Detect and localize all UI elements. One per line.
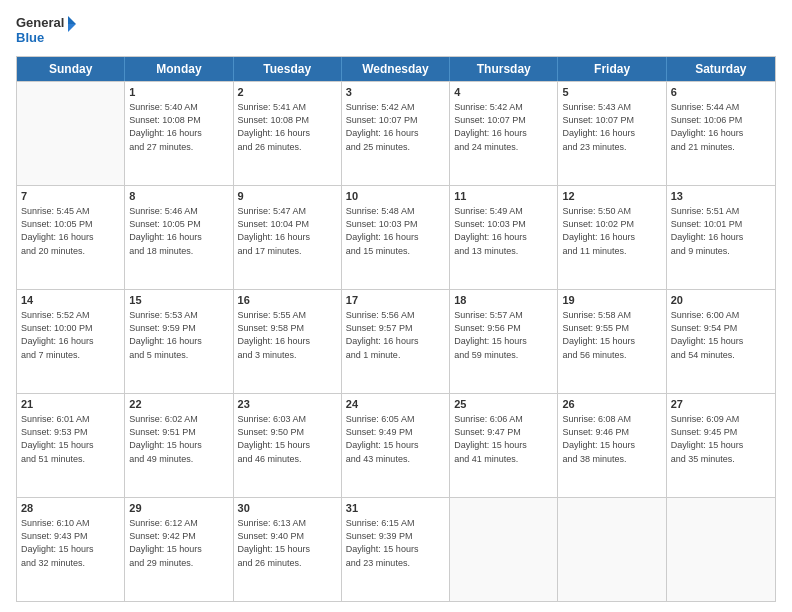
- day-info: Sunrise: 6:12 AM Sunset: 9:42 PM Dayligh…: [129, 517, 228, 569]
- day-info: Sunrise: 5:42 AM Sunset: 10:07 PM Daylig…: [346, 101, 445, 153]
- day-number: 22: [129, 397, 228, 412]
- day-header-tuesday: Tuesday: [234, 57, 342, 81]
- header: General Blue: [16, 12, 776, 50]
- day-info: Sunrise: 5:51 AM Sunset: 10:01 PM Daylig…: [671, 205, 771, 257]
- day-number: 31: [346, 501, 445, 516]
- day-cell-21: 21Sunrise: 6:01 AM Sunset: 9:53 PM Dayli…: [17, 394, 125, 497]
- logo-svg: General Blue: [16, 12, 76, 50]
- day-cell-19: 19Sunrise: 5:58 AM Sunset: 9:55 PM Dayli…: [558, 290, 666, 393]
- svg-marker-2: [68, 16, 76, 24]
- day-number: 21: [21, 397, 120, 412]
- day-number: 4: [454, 85, 553, 100]
- day-info: Sunrise: 6:03 AM Sunset: 9:50 PM Dayligh…: [238, 413, 337, 465]
- day-number: 9: [238, 189, 337, 204]
- calendar-row-0: 1Sunrise: 5:40 AM Sunset: 10:08 PM Dayli…: [17, 81, 775, 185]
- day-cell-11: 11Sunrise: 5:49 AM Sunset: 10:03 PM Dayl…: [450, 186, 558, 289]
- page: General Blue SundayMondayTuesdayWednesda…: [0, 0, 792, 612]
- day-header-wednesday: Wednesday: [342, 57, 450, 81]
- day-info: Sunrise: 5:44 AM Sunset: 10:06 PM Daylig…: [671, 101, 771, 153]
- day-cell-31: 31Sunrise: 6:15 AM Sunset: 9:39 PM Dayli…: [342, 498, 450, 601]
- day-cell-29: 29Sunrise: 6:12 AM Sunset: 9:42 PM Dayli…: [125, 498, 233, 601]
- svg-text:Blue: Blue: [16, 30, 44, 45]
- day-info: Sunrise: 6:00 AM Sunset: 9:54 PM Dayligh…: [671, 309, 771, 361]
- day-number: 23: [238, 397, 337, 412]
- day-info: Sunrise: 5:41 AM Sunset: 10:08 PM Daylig…: [238, 101, 337, 153]
- svg-text:General: General: [16, 15, 64, 30]
- day-number: 24: [346, 397, 445, 412]
- day-cell-20: 20Sunrise: 6:00 AM Sunset: 9:54 PM Dayli…: [667, 290, 775, 393]
- day-info: Sunrise: 5:56 AM Sunset: 9:57 PM Dayligh…: [346, 309, 445, 361]
- day-cell-30: 30Sunrise: 6:13 AM Sunset: 9:40 PM Dayli…: [234, 498, 342, 601]
- day-number: 3: [346, 85, 445, 100]
- calendar-row-3: 21Sunrise: 6:01 AM Sunset: 9:53 PM Dayli…: [17, 393, 775, 497]
- day-cell-9: 9Sunrise: 5:47 AM Sunset: 10:04 PM Dayli…: [234, 186, 342, 289]
- day-info: Sunrise: 5:50 AM Sunset: 10:02 PM Daylig…: [562, 205, 661, 257]
- day-info: Sunrise: 6:08 AM Sunset: 9:46 PM Dayligh…: [562, 413, 661, 465]
- svg-marker-3: [68, 24, 76, 32]
- day-info: Sunrise: 5:40 AM Sunset: 10:08 PM Daylig…: [129, 101, 228, 153]
- day-info: Sunrise: 6:09 AM Sunset: 9:45 PM Dayligh…: [671, 413, 771, 465]
- day-info: Sunrise: 5:47 AM Sunset: 10:04 PM Daylig…: [238, 205, 337, 257]
- day-info: Sunrise: 5:52 AM Sunset: 10:00 PM Daylig…: [21, 309, 120, 361]
- day-cell-3: 3Sunrise: 5:42 AM Sunset: 10:07 PM Dayli…: [342, 82, 450, 185]
- day-info: Sunrise: 6:13 AM Sunset: 9:40 PM Dayligh…: [238, 517, 337, 569]
- day-cell-13: 13Sunrise: 5:51 AM Sunset: 10:01 PM Dayl…: [667, 186, 775, 289]
- empty-cell-4-5: [558, 498, 666, 601]
- calendar: SundayMondayTuesdayWednesdayThursdayFrid…: [16, 56, 776, 602]
- empty-cell-0-0: [17, 82, 125, 185]
- day-number: 29: [129, 501, 228, 516]
- day-info: Sunrise: 6:06 AM Sunset: 9:47 PM Dayligh…: [454, 413, 553, 465]
- day-info: Sunrise: 6:02 AM Sunset: 9:51 PM Dayligh…: [129, 413, 228, 465]
- day-cell-27: 27Sunrise: 6:09 AM Sunset: 9:45 PM Dayli…: [667, 394, 775, 497]
- day-cell-6: 6Sunrise: 5:44 AM Sunset: 10:06 PM Dayli…: [667, 82, 775, 185]
- day-cell-4: 4Sunrise: 5:42 AM Sunset: 10:07 PM Dayli…: [450, 82, 558, 185]
- day-cell-5: 5Sunrise: 5:43 AM Sunset: 10:07 PM Dayli…: [558, 82, 666, 185]
- day-number: 28: [21, 501, 120, 516]
- day-cell-1: 1Sunrise: 5:40 AM Sunset: 10:08 PM Dayli…: [125, 82, 233, 185]
- day-number: 2: [238, 85, 337, 100]
- day-info: Sunrise: 5:46 AM Sunset: 10:05 PM Daylig…: [129, 205, 228, 257]
- day-cell-28: 28Sunrise: 6:10 AM Sunset: 9:43 PM Dayli…: [17, 498, 125, 601]
- day-number: 26: [562, 397, 661, 412]
- day-number: 30: [238, 501, 337, 516]
- day-info: Sunrise: 6:05 AM Sunset: 9:49 PM Dayligh…: [346, 413, 445, 465]
- day-number: 14: [21, 293, 120, 308]
- day-number: 6: [671, 85, 771, 100]
- day-number: 18: [454, 293, 553, 308]
- day-info: Sunrise: 6:10 AM Sunset: 9:43 PM Dayligh…: [21, 517, 120, 569]
- day-cell-15: 15Sunrise: 5:53 AM Sunset: 9:59 PM Dayli…: [125, 290, 233, 393]
- day-cell-14: 14Sunrise: 5:52 AM Sunset: 10:00 PM Dayl…: [17, 290, 125, 393]
- day-cell-2: 2Sunrise: 5:41 AM Sunset: 10:08 PM Dayli…: [234, 82, 342, 185]
- day-info: Sunrise: 5:55 AM Sunset: 9:58 PM Dayligh…: [238, 309, 337, 361]
- day-number: 11: [454, 189, 553, 204]
- day-info: Sunrise: 5:57 AM Sunset: 9:56 PM Dayligh…: [454, 309, 553, 361]
- day-info: Sunrise: 5:48 AM Sunset: 10:03 PM Daylig…: [346, 205, 445, 257]
- day-cell-12: 12Sunrise: 5:50 AM Sunset: 10:02 PM Dayl…: [558, 186, 666, 289]
- day-info: Sunrise: 6:01 AM Sunset: 9:53 PM Dayligh…: [21, 413, 120, 465]
- day-number: 13: [671, 189, 771, 204]
- day-cell-16: 16Sunrise: 5:55 AM Sunset: 9:58 PM Dayli…: [234, 290, 342, 393]
- day-header-friday: Friday: [558, 57, 666, 81]
- day-header-saturday: Saturday: [667, 57, 775, 81]
- day-info: Sunrise: 5:58 AM Sunset: 9:55 PM Dayligh…: [562, 309, 661, 361]
- day-cell-7: 7Sunrise: 5:45 AM Sunset: 10:05 PM Dayli…: [17, 186, 125, 289]
- day-cell-10: 10Sunrise: 5:48 AM Sunset: 10:03 PM Dayl…: [342, 186, 450, 289]
- day-number: 5: [562, 85, 661, 100]
- day-number: 25: [454, 397, 553, 412]
- day-cell-26: 26Sunrise: 6:08 AM Sunset: 9:46 PM Dayli…: [558, 394, 666, 497]
- day-number: 27: [671, 397, 771, 412]
- calendar-body: 1Sunrise: 5:40 AM Sunset: 10:08 PM Dayli…: [17, 81, 775, 601]
- day-header-thursday: Thursday: [450, 57, 558, 81]
- calendar-row-2: 14Sunrise: 5:52 AM Sunset: 10:00 PM Dayl…: [17, 289, 775, 393]
- calendar-header: SundayMondayTuesdayWednesdayThursdayFrid…: [17, 57, 775, 81]
- calendar-row-1: 7Sunrise: 5:45 AM Sunset: 10:05 PM Dayli…: [17, 185, 775, 289]
- day-number: 7: [21, 189, 120, 204]
- day-cell-24: 24Sunrise: 6:05 AM Sunset: 9:49 PM Dayli…: [342, 394, 450, 497]
- day-number: 17: [346, 293, 445, 308]
- day-info: Sunrise: 5:43 AM Sunset: 10:07 PM Daylig…: [562, 101, 661, 153]
- day-info: Sunrise: 6:15 AM Sunset: 9:39 PM Dayligh…: [346, 517, 445, 569]
- logo: General Blue: [16, 12, 76, 50]
- day-info: Sunrise: 5:45 AM Sunset: 10:05 PM Daylig…: [21, 205, 120, 257]
- day-cell-25: 25Sunrise: 6:06 AM Sunset: 9:47 PM Dayli…: [450, 394, 558, 497]
- day-number: 16: [238, 293, 337, 308]
